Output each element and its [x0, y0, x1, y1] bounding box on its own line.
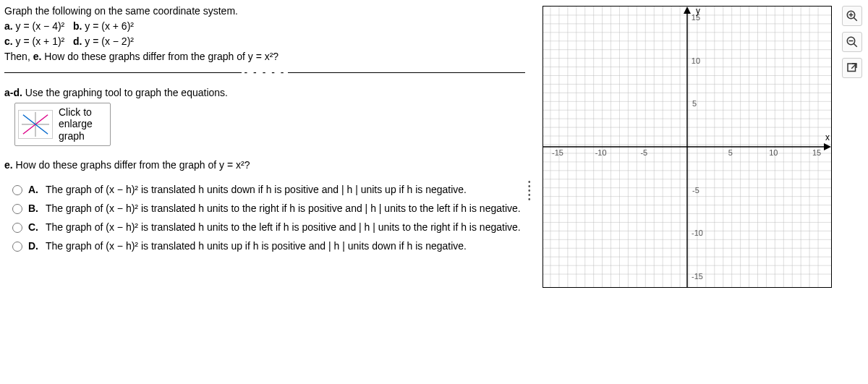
option-c[interactable]: C. The graph of (x − h)² is translated h… [4, 221, 525, 233]
question-e-text: How do these graphs differ from the grap… [16, 159, 250, 171]
option-d-letter: D. [28, 240, 41, 252]
prompt-line-e: Then, e. How do these graphs differ from… [4, 50, 525, 64]
radio-b[interactable] [12, 204, 22, 214]
option-a-letter: A. [28, 184, 41, 195]
x-axis-label: x [825, 132, 830, 142]
graph-tool-line2: enlarge [59, 118, 93, 130]
eq-c: y = (x + 1)² [16, 35, 65, 47]
svg-marker-68 [824, 143, 831, 150]
label-d: d. [73, 35, 82, 47]
eq-e: How do these graphs differ from the grap… [44, 51, 278, 62]
xtick-15: 15 [812, 148, 821, 157]
y-axis-label: y [696, 7, 700, 16]
xtick-10: 10 [769, 148, 778, 157]
option-d[interactable]: D. The graph of (x − h)² is translated h… [4, 240, 525, 252]
zoom-in-icon [846, 9, 859, 22]
question-e: e. How do these graphs differ from the g… [4, 159, 525, 171]
open-external-button[interactable] [842, 58, 862, 78]
ytick-10: 10 [692, 56, 700, 65]
zoom-out-button[interactable] [842, 32, 862, 52]
open-external-icon [846, 61, 859, 74]
option-b-text: The graph of (x − h)² is translated h un… [46, 202, 525, 214]
label-then: Then, [4, 51, 30, 62]
graph-tool-text: Click to enlarge graph [59, 106, 93, 142]
option-a[interactable]: A. The graph of (x − h)² is translated h… [4, 184, 525, 195]
option-c-letter: C. [28, 221, 41, 233]
ytick-n15: -15 [692, 272, 703, 281]
radio-d[interactable] [12, 242, 22, 252]
radio-a[interactable] [12, 185, 22, 195]
xtick-n15: -15 [552, 148, 563, 157]
prompt-line-ab: a. y = (x − 4)² b. y = (x + 6)² [4, 20, 525, 33]
eq-d: y = (x − 2)² [85, 35, 134, 47]
eq-b: y = (x + 6)² [85, 20, 134, 32]
ytick-n10: -10 [692, 229, 703, 237]
zoom-out-icon [846, 35, 859, 48]
label-b: b. [73, 20, 82, 32]
option-d-text: The graph of (x − h)² is translated h un… [46, 240, 525, 252]
zoom-in-button[interactable] [842, 6, 862, 26]
ytick-n5: -5 [692, 186, 699, 195]
option-a-text: The graph of (x − h)² is translated h un… [46, 184, 525, 195]
label-a: a. [4, 20, 13, 32]
coordinate-graph[interactable]: -15 -10 -5 5 10 15 15 10 5 -5 -10 -15 y … [542, 6, 832, 288]
svg-line-76 [854, 43, 857, 47]
option-b-letter: B. [28, 202, 41, 214]
option-b[interactable]: B. The graph of (x − h)² is translated h… [4, 202, 525, 214]
svg-line-72 [854, 17, 857, 21]
separator: - - - - - [4, 67, 525, 78]
label-c: c. [4, 35, 13, 47]
xtick-n10: -10 [595, 148, 607, 157]
side-toolbar [842, 6, 862, 84]
prompt-intro: Graph the following on the same coordina… [4, 4, 525, 18]
ad-instruction: a-d. Use the graphing tool to graph the … [4, 87, 525, 98]
eq-a: y = (x − 4)² [16, 20, 65, 32]
xtick-n5: -5 [640, 148, 647, 157]
svg-rect-78 [848, 64, 856, 72]
prompt-line-cd: c. y = (x + 1)² d. y = (x − 2)² [4, 35, 525, 48]
xtick-5: 5 [728, 148, 733, 157]
radio-c[interactable] [12, 223, 22, 233]
question-e-prefix: e. [4, 159, 13, 171]
option-c-text: The graph of (x − h)² is translated h un… [46, 221, 525, 233]
graph-tool-line1: Click to [59, 106, 93, 119]
svg-marker-70 [684, 7, 691, 14]
enlarge-graph-button[interactable]: Click to enlarge graph [14, 103, 111, 146]
label-e: e. [33, 51, 42, 62]
separator-dots: - - - - - [242, 67, 289, 78]
ytick-5: 5 [692, 99, 697, 108]
ad-prefix: a-d. [4, 87, 22, 98]
graph-tool-line3: graph [59, 130, 93, 142]
graph-thumb-icon [18, 110, 53, 139]
ad-text: Use the graphing tool to graph the equat… [25, 87, 228, 98]
vertical-drag-handle[interactable]: ••••• [528, 181, 531, 202]
